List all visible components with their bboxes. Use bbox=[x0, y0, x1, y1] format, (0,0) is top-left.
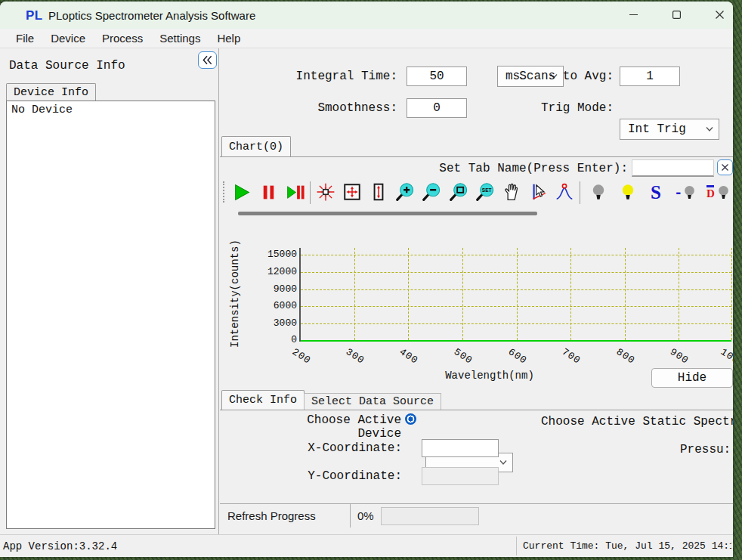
refresh-progress-bar bbox=[381, 507, 479, 525]
menu-file[interactable]: File bbox=[8, 30, 42, 46]
menu-help[interactable]: Help bbox=[209, 30, 249, 46]
tab-chart-0[interactable]: Chart(0) bbox=[221, 136, 291, 157]
play-pause-icon bbox=[286, 183, 305, 202]
gray-bulb-icon bbox=[589, 183, 608, 201]
collapse-panel-button[interactable] bbox=[198, 51, 217, 69]
spectrum-plot[interactable] bbox=[299, 248, 731, 342]
maximize-button[interactable] bbox=[659, 2, 694, 28]
refresh-progress-percent: 0% bbox=[357, 509, 374, 522]
pan-button[interactable] bbox=[501, 179, 522, 205]
set-tab-name-input[interactable] bbox=[632, 159, 714, 177]
refresh-progress-row: Refresh Progress 0% bbox=[220, 503, 733, 528]
toolbar-grip[interactable] bbox=[223, 181, 225, 203]
smoothness-label: Smoothness: bbox=[317, 98, 397, 118]
cursor-marker-button[interactable] bbox=[527, 179, 549, 205]
peak-find-button[interactable] bbox=[554, 179, 575, 205]
tab-check-info[interactable]: Check Info bbox=[221, 390, 305, 410]
v-gridline bbox=[731, 248, 732, 340]
close-icon bbox=[722, 164, 728, 171]
y-coordinate-label: Y-Coordinate: bbox=[308, 469, 402, 483]
scope-mode-button[interactable]: S bbox=[645, 179, 666, 205]
magnifier-plus-icon bbox=[395, 182, 415, 202]
x-coordinate-input[interactable] bbox=[422, 439, 499, 457]
v-gridline bbox=[408, 248, 409, 340]
subtract-dark-button[interactable]: - bbox=[673, 179, 700, 205]
close-tab-button[interactable] bbox=[717, 159, 733, 175]
main-panel: Integral Time: ms Scans to Avg: Smoothne… bbox=[220, 48, 733, 534]
x-tick: 1000 bbox=[719, 346, 733, 370]
dark-spectrum-button[interactable] bbox=[588, 179, 609, 205]
box-expand-icon bbox=[342, 182, 362, 202]
chart-toolbar: SET bbox=[220, 178, 733, 206]
set-tab-name-label: Set Tab Name(Press Enter): bbox=[439, 162, 628, 175]
x-tick: 300 bbox=[344, 346, 366, 367]
v-gridline bbox=[679, 248, 679, 340]
menu-settings[interactable]: Settings bbox=[151, 30, 209, 46]
device-list[interactable]: No Device bbox=[6, 101, 215, 529]
zoom-box-button[interactable] bbox=[448, 179, 469, 205]
close-button[interactable] bbox=[702, 2, 733, 28]
y-tick: 0 bbox=[261, 334, 297, 345]
maximize-icon bbox=[672, 11, 681, 19]
active-device-radio[interactable] bbox=[405, 413, 416, 425]
h-gridline bbox=[301, 255, 731, 255]
desktop: PL PLoptics Spectrometer Analysis Softwa… bbox=[0, 0, 742, 560]
set-text: SET bbox=[481, 187, 491, 193]
y-tick: 3000 bbox=[261, 317, 297, 329]
minimize-button[interactable] bbox=[616, 2, 651, 28]
gray-bulb-icon bbox=[716, 184, 731, 200]
scans-to-avg-input[interactable] bbox=[620, 67, 680, 86]
y-tick: 15000 bbox=[261, 249, 297, 260]
fit-both-axes-button[interactable] bbox=[342, 179, 363, 205]
light-spectrum-button[interactable] bbox=[617, 179, 638, 205]
smoothness-input[interactable] bbox=[407, 98, 467, 118]
vertical-expand-icon bbox=[369, 182, 388, 202]
play-icon bbox=[232, 183, 251, 202]
x-tick: 600 bbox=[506, 346, 529, 367]
toolbar-separator bbox=[310, 181, 311, 204]
dark-corrected-button[interactable]: D bbox=[705, 179, 733, 205]
fit-y-axis-button[interactable] bbox=[368, 179, 389, 205]
choose-active-static-spectrum-label: Choose Active Static Spectrum bbox=[541, 415, 733, 429]
zoom-set-button[interactable]: SET bbox=[475, 179, 496, 205]
list-item[interactable]: No Device bbox=[7, 101, 215, 119]
content-area: Data Source Info Device Info No Device I… bbox=[0, 48, 733, 534]
single-scan-button[interactable] bbox=[284, 179, 305, 205]
menu-device[interactable]: Device bbox=[42, 30, 94, 46]
integral-time-input[interactable] bbox=[407, 67, 467, 86]
trig-mode-select[interactable]: Int Trig bbox=[620, 119, 719, 140]
tab-device-info[interactable]: Device Info bbox=[6, 83, 96, 101]
x-axis-label: Wavelength(nm) bbox=[414, 370, 565, 382]
hand-icon bbox=[502, 182, 521, 202]
menu-process[interactable]: Process bbox=[94, 30, 151, 46]
status-bar: App Version:3.32.4 Current Time: Tue, Ju… bbox=[0, 534, 733, 557]
cursor-flag-icon bbox=[528, 182, 548, 202]
hide-button[interactable]: Hide bbox=[651, 368, 733, 388]
tab-divider bbox=[220, 410, 733, 410]
trig-mode-value: Int Trig bbox=[628, 122, 686, 136]
integral-time-label: Integral Time: bbox=[250, 67, 397, 86]
x-tick: 800 bbox=[614, 346, 637, 367]
magnifier-minus-icon bbox=[422, 182, 441, 202]
h-gridline bbox=[301, 289, 731, 290]
panel-header: Data Source Info bbox=[9, 59, 125, 73]
pause-icon bbox=[259, 183, 278, 202]
window-title: PLoptics Spectrometer Analysis Software bbox=[48, 9, 255, 22]
tab-select-data-source[interactable]: Select Data Source bbox=[304, 393, 441, 410]
magnifier-box-icon bbox=[449, 182, 468, 202]
gray-bulb-icon bbox=[682, 184, 697, 200]
zoom-out-button[interactable] bbox=[421, 179, 442, 205]
auto-scale-button[interactable] bbox=[315, 179, 336, 205]
chevron-down-icon bbox=[706, 126, 713, 132]
d-letter: D bbox=[706, 188, 715, 199]
y-tick: 9000 bbox=[261, 283, 297, 295]
y-tick: 6000 bbox=[261, 300, 297, 311]
zoom-in-button[interactable] bbox=[394, 179, 416, 205]
double-chevron-left-icon bbox=[201, 54, 214, 66]
tab-divider bbox=[220, 156, 733, 157]
start-button[interactable] bbox=[231, 179, 252, 205]
chart-scroll-bar[interactable] bbox=[238, 212, 537, 215]
pause-button[interactable] bbox=[258, 179, 279, 205]
toolbar-separator bbox=[580, 181, 580, 204]
scope-letter: S bbox=[651, 183, 661, 202]
